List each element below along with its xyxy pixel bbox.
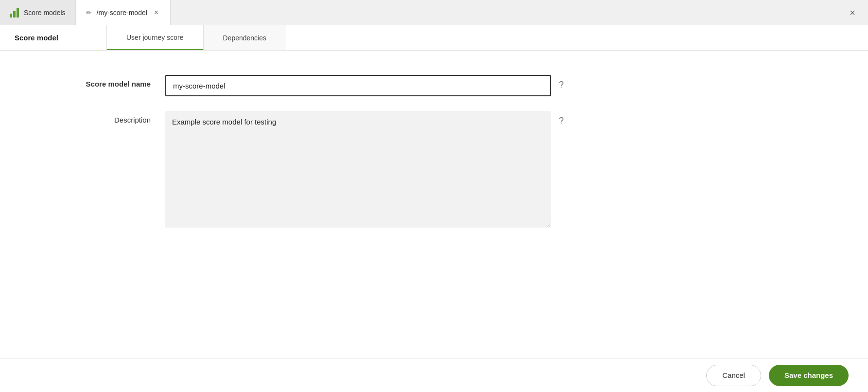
score-model-name-input[interactable]	[165, 75, 551, 96]
app-container: Score models ✏ /my-score-model × × Score…	[0, 0, 868, 392]
description-row: Description Example score model for test…	[29, 111, 564, 228]
section-label: Score model	[0, 25, 107, 50]
save-changes-button[interactable]: Save changes	[769, 365, 849, 386]
main-content: Score model name ? Description Example s…	[0, 51, 868, 358]
tab-active-label: /my-score-model	[97, 9, 147, 17]
tab-score-models-label: Score models	[24, 9, 66, 17]
description-textarea[interactable]: Example score model for testing	[165, 111, 551, 228]
tab-score-models[interactable]: Score models	[0, 0, 76, 25]
name-input-wrapper: ?	[165, 75, 564, 96]
tab-my-score-model[interactable]: ✏ /my-score-model ×	[76, 0, 171, 25]
tab-bar: Score models ✏ /my-score-model × ×	[0, 0, 868, 25]
tab-close-button[interactable]: ×	[152, 8, 160, 18]
description-label: Description	[29, 111, 165, 124]
score-model-name-label: Score model name	[29, 75, 165, 88]
cancel-button[interactable]: Cancel	[706, 365, 761, 386]
description-input-wrapper: Example score model for testing ?	[165, 111, 564, 228]
bar-chart-icon	[10, 8, 19, 18]
footer: Cancel Save changes	[0, 358, 868, 392]
score-model-name-row: Score model name ?	[29, 75, 564, 96]
name-help-icon[interactable]: ?	[559, 75, 564, 90]
pencil-icon: ✏	[86, 9, 92, 17]
section-nav: Score model User journey score Dependenc…	[0, 25, 868, 51]
tab-dependencies[interactable]: Dependencies	[204, 25, 287, 50]
tab-user-journey-score[interactable]: User journey score	[107, 25, 204, 50]
top-close-button[interactable]: ×	[847, 6, 858, 19]
description-help-icon[interactable]: ?	[559, 111, 564, 126]
